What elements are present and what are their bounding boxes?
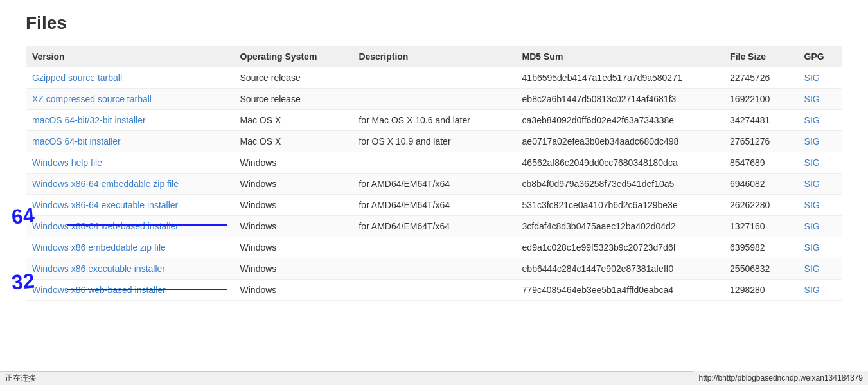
file-version-link[interactable]: Windows x86-64 executable installer [32,200,178,210]
file-version-link[interactable]: Windows x86-64 web-based installer [32,221,179,231]
file-gpg-link[interactable]: SIG [804,285,820,295]
file-os: Mac OS X [234,131,353,152]
file-version-link[interactable]: Windows x86 executable installer [32,264,165,274]
file-size: 26262280 [723,195,798,216]
file-os: Mac OS X [234,110,353,131]
file-size: 8547689 [723,152,798,174]
table-row: Windows x86-64 embeddable zip fileWindow… [26,174,842,195]
file-md5: 41b6595deb4147a1ed517a7d9a580271 [516,67,724,89]
file-size: 34274481 [723,110,798,131]
file-md5: ebb6444c284c1447e902e87381afeff0 [516,258,724,280]
file-md5: ae0717a02efea3b0eb34aadc680dc498 [516,131,724,152]
file-size: 22745726 [723,67,798,89]
col-header-gpg: GPG [798,46,842,67]
file-gpg-link[interactable]: SIG [804,242,820,253]
table-row: Windows x86-64 executable installerWindo… [26,195,842,216]
file-gpg-link[interactable]: SIG [804,94,820,104]
table-row: Windows help fileWindows46562af86c2049dd… [26,152,842,174]
file-version-link[interactable]: Windows x86-64 embeddable zip file [32,179,179,189]
file-desc [352,89,515,110]
table-row: macOS 64-bit/32-bit installerMac OS Xfor… [26,110,842,131]
file-md5: 531c3fc821ce0a4107b6d2c6a129be3e [516,195,724,216]
file-desc [352,237,515,258]
file-version-link[interactable]: Windows x86 embeddable zip file [32,242,166,253]
file-gpg-link[interactable]: SIG [804,115,820,125]
file-md5: 3cfdaf4c8d3b0475aaec12ba402d04d2 [516,216,724,237]
file-md5: cb8b4f0d979a36258f73ed541def10a5 [516,174,724,195]
annotation-32: 32 [10,269,35,295]
table-row: macOS 64-bit installerMac OS Xfor OS X 1… [26,131,842,152]
file-os: Source release [234,89,353,110]
file-version-link[interactable]: Windows x86 web-based installer [32,285,166,295]
underline-64 [67,224,227,226]
file-desc: for Mac OS X 10.6 and later [352,110,515,131]
col-header-md5: MD5 Sum [516,46,724,67]
files-table: Version Operating System Description MD5… [26,46,842,301]
file-version-link[interactable]: Windows help file [32,157,102,168]
file-size: 25506832 [723,258,798,280]
col-header-os: Operating System [234,46,353,67]
file-gpg-link[interactable]: SIG [804,221,820,231]
table-row: Gzipped source tarballSource release41b6… [26,67,842,89]
table-header-row: Version Operating System Description MD5… [26,46,842,67]
file-desc [352,67,515,89]
file-desc [352,152,515,174]
file-version-link[interactable]: Gzipped source tarball [32,73,122,83]
col-header-size: File Size [723,46,798,67]
table-row: Windows x86 embeddable zip fileWindowsed… [26,237,842,258]
file-gpg-link[interactable]: SIG [804,157,820,168]
file-os: Windows [234,237,353,258]
file-version-link[interactable]: XZ compressed source tarball [32,94,152,104]
file-gpg-link[interactable]: SIG [804,136,820,147]
underline-32 [67,289,227,290]
file-os: Windows [234,216,353,237]
table-row: Windows x86 web-based installerWindows77… [26,280,842,301]
file-gpg-link[interactable]: SIG [804,264,820,274]
file-desc: for OS X 10.9 and later [352,131,515,152]
file-size: 27651276 [723,131,798,152]
file-size: 6395982 [723,237,798,258]
file-os: Windows [234,258,353,280]
col-header-desc: Description [352,46,515,67]
file-size: 6946082 [723,174,798,195]
file-os: Source release [234,67,353,89]
file-os: Windows [234,280,353,301]
file-md5: ca3eb84092d0ff6d02e42f63a734338e [516,110,724,131]
file-gpg-link[interactable]: SIG [804,179,820,189]
file-size: 1298280 [723,280,798,301]
col-header-version: Version [26,46,234,67]
file-desc [352,280,515,301]
file-version-link[interactable]: macOS 64-bit/32-bit installer [32,115,146,125]
file-version-link[interactable]: macOS 64-bit installer [32,136,121,147]
page-title: Files [26,13,842,33]
file-size: 1327160 [723,216,798,237]
file-desc: for AMD64/EM64T/x64 [352,216,515,237]
file-gpg-link[interactable]: SIG [804,73,820,83]
file-md5: 46562af86c2049dd0cc7680348180dca [516,152,724,174]
file-size: 16922100 [723,89,798,110]
file-md5: ed9a1c028c1e99f5323b9c20723d7d6f [516,237,724,258]
file-md5: 779c4085464eb3ee5b1a4fffd0eabca4 [516,280,724,301]
file-desc: for AMD64/EM64T/x64 [352,195,515,216]
annotation-64: 64 [10,204,35,229]
file-os: Windows [234,195,353,216]
table-row: Windows x86 executable installerWindowse… [26,258,842,280]
table-row: Windows x86-64 web-based installerWindow… [26,216,842,237]
file-md5: eb8c2a6b1447d50813c02714af4681f3 [516,89,724,110]
file-desc [352,258,515,280]
table-row: XZ compressed source tarballSource relea… [26,89,842,110]
file-os: Windows [234,174,353,195]
file-gpg-link[interactable]: SIG [804,200,820,210]
file-os: Windows [234,152,353,174]
file-desc: for AMD64/EM64T/x64 [352,174,515,195]
